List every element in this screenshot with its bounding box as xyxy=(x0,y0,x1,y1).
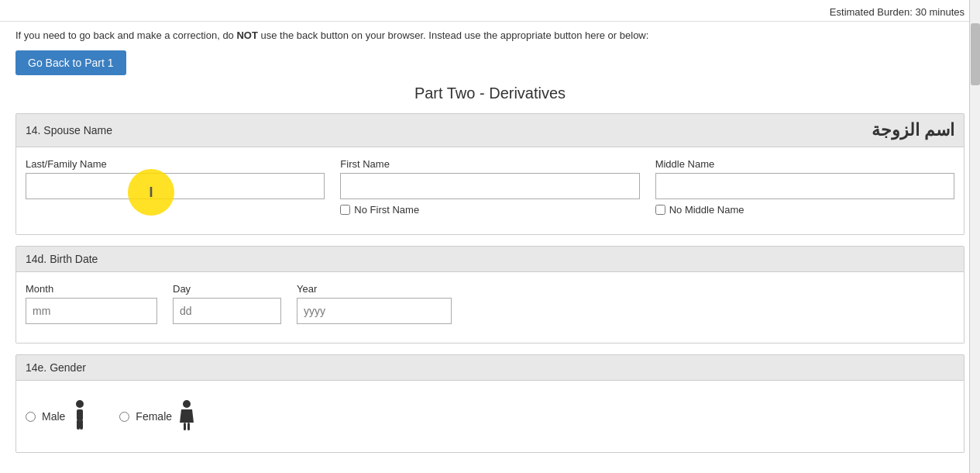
day-group: Day xyxy=(173,283,281,324)
section-14e: 14e. Gender Male xyxy=(15,354,965,453)
female-radio[interactable] xyxy=(119,412,129,422)
middle-name-group: Middle Name No Middle Name xyxy=(655,158,954,216)
male-option: Male xyxy=(26,399,88,433)
male-label: Male xyxy=(42,410,65,423)
svg-marker-5 xyxy=(180,409,194,423)
last-name-group: Last/Family Name xyxy=(26,158,325,216)
section-14d-header: 14d. Birth Date xyxy=(15,246,965,272)
svg-rect-2 xyxy=(77,419,80,430)
female-icon xyxy=(178,399,195,433)
year-group: Year xyxy=(297,283,452,324)
month-label: Month xyxy=(26,283,157,295)
svg-rect-6 xyxy=(184,423,186,430)
back-button-area: Go Back to Part 1 xyxy=(0,46,980,85)
section-14e-label: 14e. Gender xyxy=(26,361,86,374)
svg-rect-1 xyxy=(77,409,83,420)
year-label: Year xyxy=(297,283,452,295)
female-option: Female xyxy=(119,399,195,433)
svg-point-0 xyxy=(76,400,84,408)
name-field-row: Last/Family Name First Name No First Nam… xyxy=(26,158,954,216)
no-first-name-checkbox[interactable] xyxy=(340,205,350,215)
main-content: Part Two - Derivatives 14. Spouse Name ا… xyxy=(0,85,980,453)
month-group: Month xyxy=(26,283,157,324)
no-middle-name-label: No Middle Name xyxy=(669,204,744,216)
notice-text-before: If you need to go back and make a correc… xyxy=(15,29,236,41)
first-name-input[interactable] xyxy=(340,173,639,199)
section-14e-body: Male Female xyxy=(15,381,965,453)
no-middle-name-row: No Middle Name xyxy=(655,204,954,216)
top-bar: Estimated Burden: 30 minutes xyxy=(0,0,980,22)
month-input[interactable] xyxy=(26,298,157,324)
first-name-label: First Name xyxy=(340,158,639,170)
first-name-group: First Name No First Name xyxy=(340,158,639,216)
no-middle-name-checkbox[interactable] xyxy=(655,205,665,215)
middle-name-input[interactable] xyxy=(655,173,954,199)
female-label: Female xyxy=(136,410,172,423)
section-14: 14. Spouse Name اسم الزوجة Last/Family N… xyxy=(15,113,965,235)
section-14d-label: 14d. Birth Date xyxy=(26,253,98,265)
svg-rect-7 xyxy=(187,423,190,430)
scrollbar-thumb[interactable] xyxy=(971,23,980,85)
male-radio[interactable] xyxy=(26,412,36,422)
section-14e-header: 14e. Gender xyxy=(15,354,965,381)
page-title: Part Two - Derivatives xyxy=(15,85,965,102)
scrollbar[interactable] xyxy=(969,0,980,473)
section-14-label: 14. Spouse Name xyxy=(26,124,112,136)
date-field-row: Month Day Year xyxy=(26,283,954,324)
year-input[interactable] xyxy=(297,298,452,324)
notice-bar: If you need to go back and make a correc… xyxy=(0,22,980,46)
notice-text-after: use the back button on your browser. Ins… xyxy=(258,29,648,41)
section-14-header: 14. Spouse Name اسم الزوجة xyxy=(15,113,965,147)
last-name-input[interactable] xyxy=(26,173,325,199)
svg-point-4 xyxy=(183,400,191,408)
no-first-name-row: No First Name xyxy=(340,204,639,216)
gender-row: Male Female xyxy=(26,392,954,438)
notice-not: NOT xyxy=(236,29,257,41)
estimated-burden-text: Estimated Burden: 30 minutes xyxy=(830,6,965,18)
last-name-label: Last/Family Name xyxy=(26,158,325,170)
day-label: Day xyxy=(173,283,281,295)
svg-rect-3 xyxy=(80,419,83,430)
section-14d: 14d. Birth Date Month Day Year xyxy=(15,246,965,344)
no-first-name-label: No First Name xyxy=(354,204,419,216)
section-14-arabic: اسم الزوجة xyxy=(872,120,954,140)
middle-name-label: Middle Name xyxy=(655,158,954,170)
male-icon xyxy=(71,399,88,433)
day-input[interactable] xyxy=(173,298,281,324)
go-back-button[interactable]: Go Back to Part 1 xyxy=(15,50,126,75)
section-14d-body: Month Day Year xyxy=(15,272,965,344)
section-14-body: Last/Family Name First Name No First Nam… xyxy=(15,147,965,235)
